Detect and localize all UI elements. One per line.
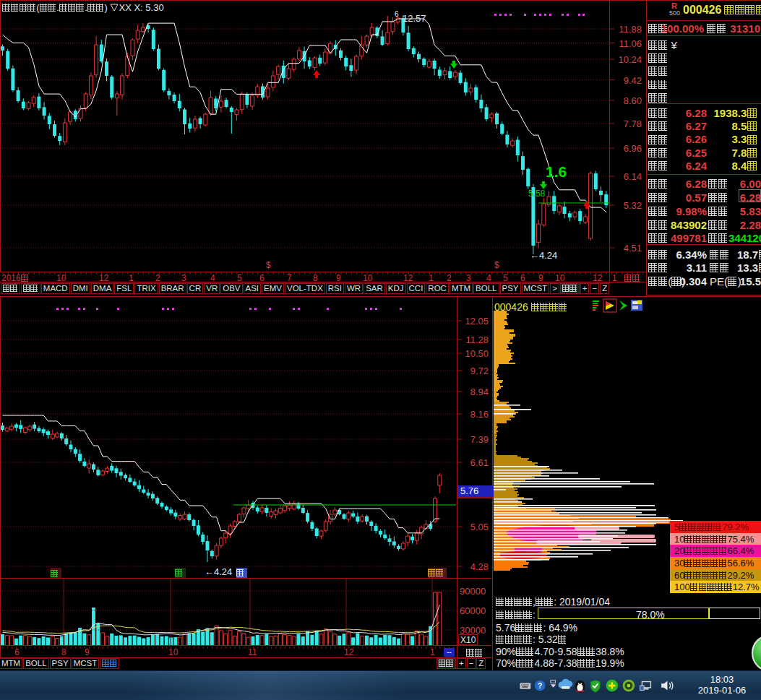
svg-text:?: ? bbox=[538, 682, 542, 690]
